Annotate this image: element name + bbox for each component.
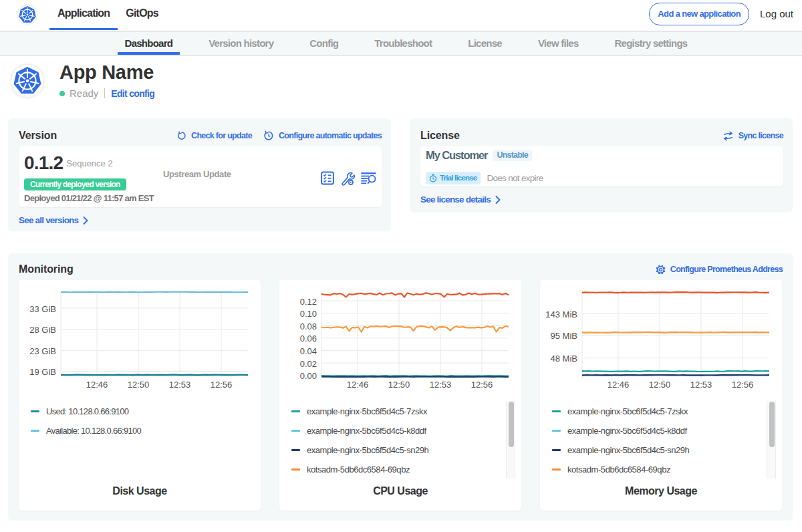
svg-text:0.10: 0.10 <box>300 309 317 319</box>
svg-text:143 MiB: 143 MiB <box>545 309 577 319</box>
svg-text:12:56: 12:56 <box>471 380 493 390</box>
svg-text:12:46: 12:46 <box>86 380 108 390</box>
svg-text:12:50: 12:50 <box>128 380 150 390</box>
svg-text:0.02: 0.02 <box>300 359 317 369</box>
svg-text:12:53: 12:53 <box>169 380 191 390</box>
svg-text:23 GiB: 23 GiB <box>29 346 56 356</box>
svg-text:0.00: 0.00 <box>300 371 317 381</box>
svg-text:12:46: 12:46 <box>608 380 630 390</box>
svg-text:12:50: 12:50 <box>388 380 410 390</box>
svg-text:95 MiB: 95 MiB <box>551 331 577 341</box>
svg-text:12:53: 12:53 <box>430 380 452 390</box>
svg-text:12:46: 12:46 <box>347 380 369 390</box>
svg-text:12:56: 12:56 <box>732 380 754 390</box>
svg-text:19 GiB: 19 GiB <box>29 367 56 377</box>
svg-text:0.06: 0.06 <box>300 334 317 344</box>
svg-text:28 GiB: 28 GiB <box>29 325 56 335</box>
svg-text:12:56: 12:56 <box>211 380 233 390</box>
svg-text:33 GiB: 33 GiB <box>29 304 56 314</box>
svg-text:12:53: 12:53 <box>690 380 712 390</box>
svg-text:0.12: 0.12 <box>300 297 317 307</box>
svg-text:0.08: 0.08 <box>300 321 317 331</box>
svg-text:0.04: 0.04 <box>300 346 317 356</box>
svg-text:12:50: 12:50 <box>649 380 671 390</box>
svg-text:48 MiB: 48 MiB <box>551 354 577 364</box>
